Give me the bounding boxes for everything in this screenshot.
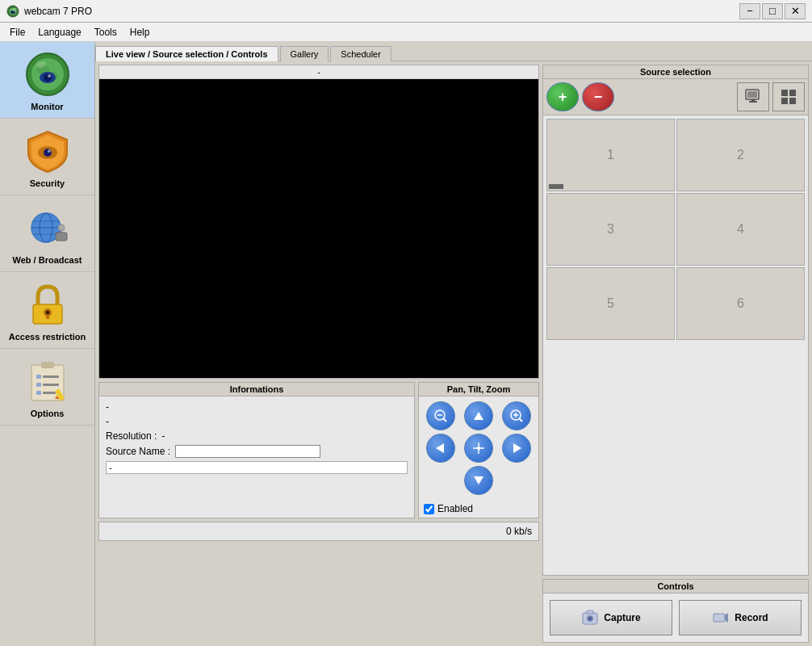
- video-title: -: [99, 65, 538, 79]
- svg-rect-23: [56, 233, 67, 241]
- info-panel-header: Informations: [99, 383, 414, 396]
- restore-button[interactable]: □: [762, 3, 783, 19]
- svg-point-13: [48, 74, 51, 78]
- sidebar-item-monitor[interactable]: Monitor: [0, 42, 94, 119]
- info-source-name-label: Source Name :: [106, 446, 170, 457]
- menu-language[interactable]: Language: [31, 25, 87, 40]
- source-edit-button[interactable]: [737, 82, 769, 111]
- svg-line-42: [443, 418, 446, 422]
- source-cell-2[interactable]: 2: [676, 119, 805, 191]
- svg-point-17: [48, 149, 51, 153]
- options-icon: [22, 355, 73, 407]
- svg-rect-35: [43, 384, 59, 386]
- menu-help[interactable]: Help: [123, 25, 157, 40]
- main-layout: Monitor Security: [0, 42, 812, 646]
- ptz-enabled-checkbox[interactable]: [424, 504, 434, 514]
- remove-source-button[interactable]: −: [582, 82, 614, 111]
- tab-live-view[interactable]: Live view / Source selection / Controls: [95, 46, 278, 61]
- sidebar-web-label: Web / Broadcast: [13, 255, 82, 265]
- source-selection-header: Source selection: [543, 65, 808, 79]
- source-cell-5[interactable]: 5: [546, 267, 675, 340]
- monitor-icon: [22, 48, 73, 100]
- info-source-name-input[interactable]: [175, 445, 320, 458]
- sidebar-monitor-label: Monitor: [31, 102, 63, 111]
- right-panel: Source selection + −: [542, 65, 809, 643]
- info-line2: -: [106, 416, 408, 427]
- svg-marker-67: [725, 613, 728, 623]
- close-button[interactable]: ✕: [785, 3, 806, 19]
- info-line1-text: -: [106, 401, 109, 413]
- ptz-center-button[interactable]: [464, 434, 493, 463]
- ptz-enabled-row: Enabled: [419, 500, 538, 518]
- source-grid-button[interactable]: [772, 82, 805, 111]
- source-cell-3-num: 3: [607, 222, 614, 237]
- svg-marker-52: [513, 443, 521, 453]
- ptz-zoom-out-button[interactable]: [426, 401, 455, 430]
- source-cell-3[interactable]: 3: [546, 193, 675, 266]
- svg-marker-48: [436, 443, 444, 453]
- tab-bar: Live view / Source selection / Controls …: [95, 42, 812, 61]
- source-cell-6[interactable]: 6: [676, 267, 805, 340]
- svg-rect-31: [41, 362, 54, 368]
- controls-header: Controls: [543, 580, 808, 594]
- info-bottom-input[interactable]: [106, 461, 408, 474]
- sidebar-item-access[interactable]: Access restriction: [0, 272, 94, 349]
- svg-point-5: [12, 10, 15, 13]
- source-cell-1[interactable]: 1: [546, 119, 675, 191]
- svg-rect-60: [781, 98, 788, 104]
- info-line2-text: -: [106, 416, 109, 427]
- svg-rect-37: [43, 392, 56, 394]
- titlebar-title: webcam 7 PRO: [24, 6, 92, 17]
- sidebar-item-security[interactable]: Security: [0, 119, 94, 195]
- ptz-zoom-in-button[interactable]: [502, 401, 531, 430]
- svg-rect-33: [43, 375, 59, 378]
- capture-button-label: Capture: [604, 612, 640, 623]
- sidebar-access-label: Access restriction: [9, 332, 86, 342]
- info-panel: Informations - - Resolution : -: [98, 382, 415, 518]
- titlebar: webcam 7 PRO − □ ✕: [0, 0, 812, 23]
- svg-rect-36: [36, 391, 41, 395]
- info-resolution-row: Resolution : -: [106, 430, 408, 442]
- source-cell-6-num: 6: [737, 296, 744, 311]
- info-resolution-label: Resolution :: [106, 430, 157, 442]
- source-grid: 1 2 3 4: [543, 115, 808, 343]
- ptz-left-button[interactable]: [426, 434, 455, 463]
- ptz-down-button[interactable]: [464, 466, 493, 495]
- ptz-up-button[interactable]: [464, 401, 493, 430]
- bandwidth-bar: 0 kb/s: [98, 522, 539, 541]
- info-bottom-row: [106, 461, 408, 474]
- menu-tools[interactable]: Tools: [88, 25, 123, 40]
- source-cell-4[interactable]: 4: [676, 193, 805, 266]
- svg-rect-32: [36, 375, 41, 379]
- svg-rect-55: [747, 91, 757, 98]
- ptz-panel: Pan, Tilt, Zoom: [418, 382, 539, 518]
- sidebar: Monitor Security: [0, 42, 95, 646]
- video-area: -: [98, 65, 539, 379]
- svg-rect-34: [36, 383, 41, 387]
- svg-point-6: [13, 11, 14, 12]
- bandwidth-value: 0 kb/s: [506, 526, 532, 537]
- sidebar-item-web[interactable]: Web / Broadcast: [0, 195, 94, 272]
- capture-button[interactable]: Capture: [550, 600, 672, 636]
- source-cell-2-num: 2: [737, 148, 744, 162]
- titlebar-controls: − □ ✕: [739, 3, 806, 19]
- ptz-right-button[interactable]: [502, 434, 531, 463]
- ptz-enabled-label: Enabled: [437, 503, 473, 514]
- record-button[interactable]: Record: [679, 600, 802, 636]
- sidebar-item-options[interactable]: Options: [0, 349, 94, 426]
- access-icon: [22, 279, 73, 330]
- info-content: - - Resolution : - Source Name :: [99, 396, 414, 479]
- tab-scheduler[interactable]: Scheduler: [330, 46, 391, 61]
- controls-panel: Controls Capture: [542, 579, 809, 643]
- ptz-buttons: [419, 396, 538, 500]
- add-source-button[interactable]: +: [546, 82, 579, 111]
- ptz-header: Pan, Tilt, Zoom: [419, 383, 538, 396]
- tab-gallery[interactable]: Gallery: [280, 46, 329, 61]
- content-area: Live view / Source selection / Controls …: [95, 42, 812, 646]
- menu-file[interactable]: File: [3, 25, 31, 40]
- svg-point-51: [477, 447, 480, 450]
- minimize-button[interactable]: −: [739, 3, 760, 19]
- svg-point-16: [44, 149, 52, 157]
- menubar: File Language Tools Help: [0, 23, 812, 42]
- web-icon: [22, 202, 73, 254]
